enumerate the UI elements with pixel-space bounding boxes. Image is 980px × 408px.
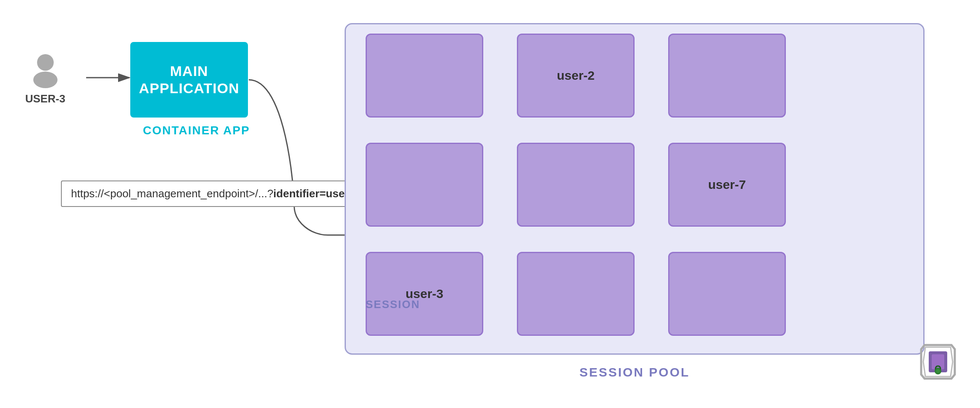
svg-rect-10 (936, 369, 940, 373)
session-pool-label: SESSION POOL (345, 365, 925, 379)
svg-point-4 (33, 71, 58, 88)
session-cell-user3: user-3 (366, 252, 483, 336)
url-prefix: https://<pool_management_endpoint>/...? (71, 187, 273, 200)
session-cell-s5 (517, 143, 635, 227)
azure-icon (917, 341, 959, 383)
session-cell-s6: user-7 (668, 143, 786, 227)
session-label: SESSION (366, 298, 420, 311)
user-avatar-icon (26, 50, 64, 88)
session-cell-s1 (366, 34, 483, 118)
session-cell-s3 (668, 34, 786, 118)
session-grid: user-2 user-7 user-3 (366, 34, 786, 336)
svg-point-3 (37, 54, 54, 71)
user-label: USER-3 (25, 92, 65, 105)
session-cell-label-s2: user-2 (557, 68, 595, 83)
session-cell-s9 (668, 252, 786, 336)
container-app-label: CONTAINER APP (143, 124, 250, 137)
main-app-box: MAIN APPLICATION (130, 42, 248, 118)
diagram: USER-3 MAIN APPLICATION CONTAINER APP ht… (0, 0, 980, 408)
session-cell-s2: user-2 (517, 34, 635, 118)
url-box: https://<pool_management_endpoint>/...?i… (61, 180, 369, 207)
session-cell-s8 (517, 252, 635, 336)
main-app-text: MAIN APPLICATION (139, 63, 240, 97)
session-cell-s4 (366, 143, 483, 227)
session-cell-label-s6: user-7 (708, 178, 746, 192)
svg-rect-8 (932, 354, 944, 369)
user-section: USER-3 (25, 50, 65, 105)
azure-container-icon (917, 341, 959, 383)
